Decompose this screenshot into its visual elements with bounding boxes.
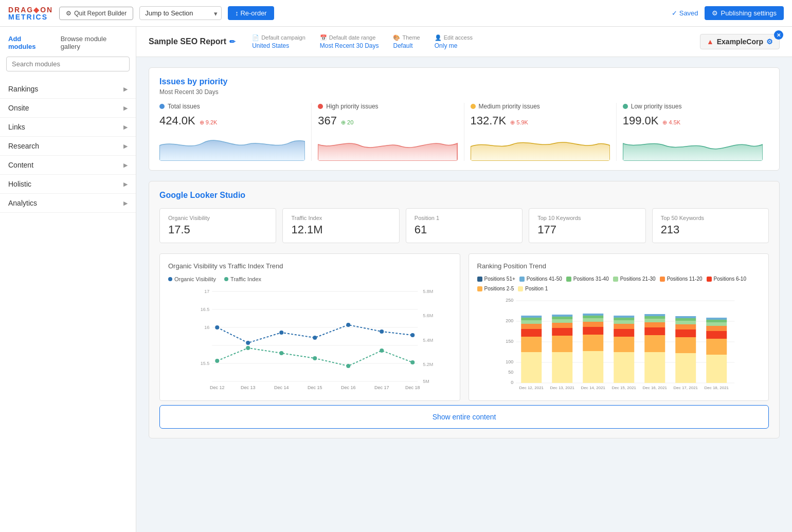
- person-icon: 👤: [435, 34, 442, 41]
- browse-gallery-tab[interactable]: Browse module gallery: [61, 35, 128, 50]
- sidebar-item-holistic[interactable]: Holistic ▶: [0, 175, 136, 194]
- svg-rect-92: [706, 326, 727, 331]
- issues-section: Issues by priority Most Recent 30 Days T…: [149, 67, 780, 171]
- add-modules-tab[interactable]: Add modules: [8, 35, 50, 50]
- svg-text:Dec 15: Dec 15: [308, 385, 322, 389]
- svg-rect-86: [675, 321, 696, 324]
- svg-text:Dec 12, 2021: Dec 12, 2021: [519, 386, 544, 390]
- theme-label: 🎨 Theme: [393, 34, 420, 41]
- sidebar-item-links[interactable]: Links ▶: [0, 118, 136, 137]
- legend-traffic-index: Traffic Index: [224, 276, 261, 282]
- svg-text:16.5: 16.5: [201, 307, 210, 312]
- svg-rect-89: [706, 355, 727, 383]
- svg-rect-54: [552, 352, 572, 383]
- quit-button-label: Quit Report Builder: [74, 10, 127, 17]
- legend-pos21: Positions 21-30: [613, 276, 656, 282]
- svg-rect-73: [614, 318, 634, 320]
- legend-pos2: Positions 2-5: [477, 286, 514, 291]
- total-issues-value: 424.0K: [159, 114, 195, 127]
- sidebar-item-onsite[interactable]: Onsite ▶: [0, 99, 136, 118]
- svg-text:Dec 16: Dec 16: [341, 385, 356, 389]
- publishing-settings-button[interactable]: ⚙ Publishing settings: [705, 6, 784, 20]
- svg-rect-79: [644, 319, 665, 322]
- quit-report-builder-button[interactable]: ⚙ Quit Report Builder: [59, 7, 133, 20]
- logo-settings-icon[interactable]: ⚙: [766, 38, 773, 46]
- logo-metrics: METRICS: [8, 13, 53, 21]
- line-chart-svg: 17 16.5 16 15.5 5.8M 5.6M 5.4M 5.2M 5M: [168, 286, 452, 389]
- sidebar-item-label: Content: [8, 161, 33, 169]
- calendar-icon: 📅: [320, 34, 327, 41]
- access-value[interactable]: Only me: [435, 42, 473, 49]
- legend-pos1: Position 1: [518, 286, 548, 291]
- medium-priority-dot: [471, 104, 476, 109]
- svg-text:5.2M: 5.2M: [423, 362, 433, 367]
- access-meta: 👤 Edit access Only me: [435, 34, 473, 49]
- total-issues-label: Total issues: [168, 103, 200, 110]
- metric-label: Organic Visibility: [168, 215, 267, 221]
- legend-square: [518, 286, 523, 291]
- publish-label: Publishing settings: [721, 9, 777, 17]
- show-entire-content-button[interactable]: Show entire content: [159, 405, 769, 429]
- metric-label: Top 10 Keywords: [537, 215, 637, 221]
- header-left: DRAG◆ON METRICS ⚙ Quit Report Builder Ju…: [8, 6, 274, 21]
- svg-rect-91: [706, 331, 727, 339]
- bar-chart-legend: Positions 51+ Positions 41-50 Positions …: [477, 276, 761, 291]
- metric-value: 17.5: [168, 223, 267, 236]
- svg-text:Dec 18: Dec 18: [405, 385, 420, 389]
- svg-rect-93: [706, 322, 727, 326]
- close-logo-button[interactable]: ✕: [774, 30, 783, 40]
- legend-square: [566, 277, 571, 282]
- reorder-button[interactable]: ↕ Re-order: [228, 6, 274, 20]
- show-content-label: Show entire content: [433, 413, 496, 421]
- svg-rect-56: [552, 328, 572, 336]
- svg-text:Dec 15, 2021: Dec 15, 2021: [611, 386, 636, 390]
- metric-top-50: Top 50 Keywords 213: [652, 208, 769, 243]
- theme-value[interactable]: Default: [393, 42, 420, 49]
- metric-value: 213: [661, 223, 760, 236]
- svg-point-17: [279, 331, 283, 335]
- sidebar-item-label: Research: [8, 142, 39, 150]
- line-chart-card: Organic Visibility vs Traffic Index Tren…: [159, 253, 460, 401]
- svg-text:16: 16: [204, 325, 209, 330]
- svg-rect-52: [521, 318, 542, 320]
- svg-rect-47: [521, 352, 542, 383]
- svg-rect-58: [552, 319, 572, 323]
- edit-icon[interactable]: ✏: [229, 38, 236, 46]
- date-value[interactable]: Most Recent 30 Days: [320, 42, 379, 49]
- report-header: Sample SEO Report ✏ 📄 Default campaign U…: [136, 27, 792, 57]
- campaign-meta: 📄 Default campaign United States: [252, 34, 305, 49]
- svg-point-24: [279, 351, 283, 355]
- top-header: DRAG◆ON METRICS ⚙ Quit Report Builder Ju…: [0, 0, 792, 27]
- svg-rect-71: [614, 324, 634, 329]
- jump-to-section-select[interactable]: Jump to Section: [139, 6, 222, 20]
- legend-label: Positions 2-5: [484, 286, 514, 291]
- total-issues-dot: [159, 104, 165, 109]
- sidebar-item-analytics[interactable]: Analytics ▶: [0, 194, 136, 213]
- legend-label: Traffic Index: [230, 276, 261, 282]
- sidebar-item-research[interactable]: Research ▶: [0, 137, 136, 156]
- legend-square: [477, 286, 482, 291]
- looker-section: Google Looker Studio Organic Visibility …: [149, 181, 780, 438]
- campaign-value[interactable]: United States: [252, 42, 305, 49]
- svg-text:Dec 17, 2021: Dec 17, 2021: [673, 386, 698, 390]
- svg-text:Dec 12: Dec 12: [210, 385, 225, 389]
- company-logo-icon: ▲: [707, 38, 714, 46]
- svg-rect-87: [675, 318, 696, 321]
- legend-label: Positions 11-20: [667, 276, 703, 282]
- svg-rect-65: [583, 318, 603, 322]
- legend-square: [707, 277, 712, 282]
- sidebar-item-content[interactable]: Content ▶: [0, 156, 136, 175]
- legend-square: [519, 277, 525, 282]
- svg-text:200: 200: [506, 318, 513, 323]
- svg-rect-62: [583, 335, 603, 351]
- legend-square: [660, 277, 665, 282]
- sidebar-item-rankings[interactable]: Rankings ▶: [0, 80, 136, 99]
- svg-rect-77: [644, 327, 665, 335]
- svg-point-23: [246, 346, 250, 350]
- svg-text:15.5: 15.5: [201, 361, 210, 366]
- svg-rect-64: [583, 322, 603, 327]
- chevron-right-icon: ▶: [123, 86, 128, 93]
- sidebar-item-label: Rankings: [8, 85, 38, 93]
- svg-rect-88: [675, 316, 696, 318]
- search-modules-input[interactable]: [6, 57, 130, 71]
